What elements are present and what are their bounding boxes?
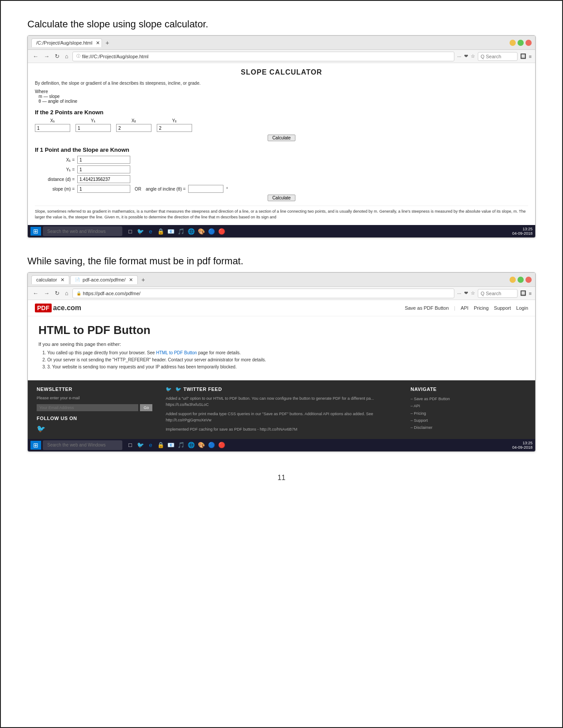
navbar-1: ← → ↻ ⌂ ⓘ file:///C:/Project/Aug/slope.h… [28,50,535,63]
pdf-nav-support[interactable]: Support [494,305,511,311]
nav-link-4[interactable]: – Support [411,417,526,424]
home-btn-1[interactable]: ⌂ [64,53,70,60]
slope-content-area: SLOPE CALCULATOR By definition, the slop… [28,63,535,225]
star-icon-2[interactable]: ☆ [471,290,475,296]
menu-icon-2[interactable]: ≡ [529,291,532,296]
tab-close-1[interactable]: ✕ [96,40,100,46]
taskbar-icon-edge[interactable]: e [146,227,155,236]
pdf-nav-pricing[interactable]: Pricing [474,305,489,311]
x2-input[interactable] [116,124,151,132]
win-close-2[interactable] [525,277,532,283]
taskbar-2-icon-browser[interactable]: 🌐 [187,441,196,450]
form-slope-input[interactable] [77,185,130,193]
home-btn-2[interactable]: ⌂ [64,289,70,297]
form-row-dist: distance (d) = [35,175,528,183]
nav-link-2[interactable]: – API [411,402,526,409]
taskbar-icon-browser[interactable]: 🌐 [187,227,196,236]
nav-search-1[interactable] [478,52,518,61]
taskbar-icon-twitter[interactable]: 🐦 [136,227,145,236]
email-input[interactable] [37,404,138,411]
taskbar-icon-media[interactable]: 🎵 [177,227,185,236]
menu-icon-1[interactable]: ≡ [529,54,532,59]
form-x1-input[interactable] [77,156,130,164]
star-icon-1[interactable]: ☆ [471,53,475,59]
taskbar-2-icon-media[interactable]: 🎵 [177,441,185,450]
refresh-btn-1[interactable]: ↻ [53,53,61,60]
nav-icons-1: ··· ❤ ☆ 🔲 ≡ [457,52,532,61]
browser-tab-2b[interactable]: 📄 pdf-ace.com/pdfme/ ✕ [70,275,138,284]
slope-title: SLOPE CALCULATOR [35,68,528,76]
taskbar-time-2: 13:25 04-09-2018 [512,441,533,450]
start-btn-1[interactable]: ⊞ [30,227,41,236]
taskbar-icon-file[interactable]: 🔒 [156,227,165,236]
new-tab-btn-2[interactable]: + [139,275,147,284]
taskbar-2-icon-paint[interactable]: 🎨 [197,441,206,450]
taskbar-2-icon-fire[interactable]: 🔴 [217,441,226,450]
browser-tab-2a[interactable]: calculator ✕ [31,275,69,284]
form-y1-label: Y₁ = [35,167,75,172]
tab-close-2a[interactable]: ✕ [60,277,64,283]
nav-link-5[interactable]: – Disclaimer [411,424,526,431]
taskbar-2-icon-file[interactable]: 🔒 [156,441,165,450]
win-close-1[interactable] [525,40,532,46]
address-bar-2[interactable]: 🔒 https://pdf-ace.com/pdfme/ [72,289,455,298]
taskbar-2-icon-desktop[interactable]: □ [126,441,135,450]
twitter-text-2: Added support for print media type CSS q… [166,411,397,423]
win-maximize-2[interactable] [518,277,524,283]
start-btn-2[interactable]: ⊞ [30,441,41,450]
taskbar-2-icon-edge[interactable]: e [146,441,155,450]
taskbar-search-1[interactable] [43,226,122,236]
win-maximize-1[interactable] [518,40,524,46]
x1-input[interactable] [35,124,70,132]
pdf-nav-savepdf[interactable]: Save as PDF Button [405,305,449,311]
back-btn-1[interactable]: ← [31,53,40,60]
pdf-nav-login[interactable]: Login [516,305,528,311]
profile-icon-2[interactable]: 🔲 [520,290,526,296]
pdf-link-1[interactable]: HTML to PDF Button [156,350,196,355]
form-dist-input[interactable] [77,175,130,183]
y2-input[interactable] [157,124,192,132]
go-btn[interactable]: Go [140,404,152,411]
calculate-btn-2[interactable]: Calculate [268,195,296,201]
pdf-nav-sep: | [454,305,455,311]
calculate-btn-1[interactable]: Calculate [268,135,296,141]
taskbar-2-icon-twitter[interactable]: 🐦 [136,441,145,450]
more-btn-2[interactable]: ··· [457,291,461,296]
back-btn-2[interactable]: ← [31,289,40,297]
win-minimize-2[interactable] [510,277,516,283]
new-tab-btn-1[interactable]: + [103,38,112,47]
pdf-main-title: HTML to PDF Button [38,323,525,337]
nav-link-1[interactable]: – Save as PDF Button [411,395,526,402]
taskbar-icon-desktop[interactable]: □ [126,227,135,236]
taskbar-2-icon-email[interactable]: 📧 [166,441,175,450]
taskbar-icon-fire[interactable]: 🔴 [217,227,226,236]
taskbar-search-2[interactable] [43,440,122,450]
forward-btn-1[interactable]: → [42,53,51,60]
nav-link-3[interactable]: – Pricing [411,410,526,417]
browser-tab-1[interactable]: /C:/Project/Aug/slope.html ✕ [31,38,102,47]
taskbar-icon-paint[interactable]: 🎨 [197,227,206,236]
pdf-main: HTML to PDF Button If you are seeing thi… [28,316,535,380]
refresh-btn-2[interactable]: ↻ [53,289,61,297]
tab-close-2b[interactable]: ✕ [129,277,133,283]
form-y1-input[interactable] [77,165,130,173]
nav-search-2[interactable] [478,289,518,298]
taskbar-icon-blue[interactable]: 🔵 [207,227,216,236]
win-controls-1 [510,40,532,46]
forward-btn-2[interactable]: → [42,289,51,297]
bookmark-icon-1[interactable]: ❤ [464,53,468,59]
taskbar-2-icon-blue[interactable]: 🔵 [207,441,216,450]
pdf-content-area: PDF ace.com Save as PDF Button | API Pri… [28,300,535,439]
form-row-y1: Y₁ = [35,165,528,173]
win-minimize-1[interactable] [510,40,516,46]
taskbar-icon-email[interactable]: 📧 [166,227,175,236]
twitter-follow-icon[interactable]: 🐦 [37,425,45,432]
profile-icon-1[interactable]: 🔲 [520,53,526,59]
pdf-nav-api[interactable]: API [461,305,469,311]
address-bar-1[interactable]: ⓘ file:///C:/Project/Aug/slope.html [72,52,455,61]
y1-input[interactable] [76,124,111,132]
bookmark-icon-2[interactable]: ❤ [464,290,468,296]
more-btn-1[interactable]: ··· [457,54,461,59]
taskbar-icons-2: □ 🐦 e 🔒 📧 🎵 🌐 🎨 🔵 🔴 [126,441,226,450]
angle-input[interactable] [188,185,223,193]
